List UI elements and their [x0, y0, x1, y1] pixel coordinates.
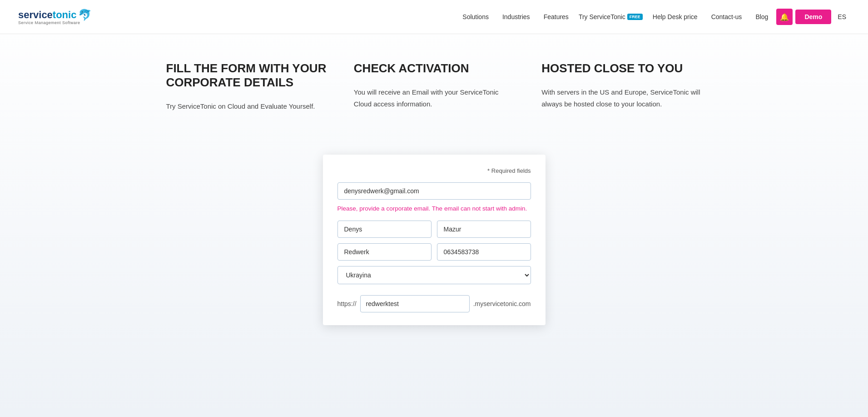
notification-bell-button[interactable]: 🔔	[776, 9, 793, 25]
email-input[interactable]	[337, 182, 531, 200]
subdomain-input[interactable]	[360, 295, 470, 312]
name-row	[337, 221, 531, 238]
step-3-title: HOSTED CLOSE TO YOU	[541, 61, 702, 75]
logo-subtitle: Service Management Software	[18, 20, 92, 25]
step-2: CHECK ACTIVATION You will receive an Ema…	[354, 61, 514, 112]
logo[interactable]: servicetonic 🐬 Service Management Softwa…	[18, 9, 92, 25]
language-switcher[interactable]: ES	[834, 10, 850, 24]
first-name-input[interactable]	[337, 221, 432, 238]
step-3: HOSTED CLOSE TO YOU With servers in the …	[541, 61, 702, 112]
company-input[interactable]	[337, 243, 432, 261]
step-2-description: You will receive an Email with your Serv…	[354, 86, 514, 110]
nav-try-label: Try ServiceTonic	[579, 13, 625, 20]
nav-industries[interactable]: Industries	[497, 10, 536, 24]
demo-button[interactable]: Demo	[795, 10, 831, 24]
email-error-message: Please, provide a corporate email. The e…	[337, 204, 531, 213]
nav-try-servicetonic[interactable]: Try ServiceTonic free	[577, 10, 645, 24]
required-fields-note: * Required fields	[337, 167, 531, 174]
step-1: FILL THE FORM WITH YOUR CORPORATE DETAIL…	[166, 61, 327, 112]
company-phone-row	[337, 243, 531, 261]
nav-solutions[interactable]: Solutions	[457, 10, 494, 24]
url-prefix-label: https://	[337, 296, 360, 312]
nav-help-desk-price[interactable]: Help Desk price	[647, 10, 703, 24]
email-field-wrapper	[337, 182, 531, 200]
step-2-title: CHECK ACTIVATION	[354, 61, 514, 75]
step-1-description: Try ServiceTonic on Cloud and Evaluate Y…	[166, 100, 327, 112]
logo-tonic-text: tonic	[53, 9, 77, 21]
nav-contact-us[interactable]: Contact-us	[706, 10, 748, 24]
logo-icon: 🐬	[78, 9, 92, 21]
step-3-description: With servers in the US and Europe, Servi…	[541, 86, 702, 110]
phone-input[interactable]	[437, 243, 531, 261]
registration-form-panel: * Required fields Please, provide a corp…	[323, 155, 546, 325]
step-1-title: FILL THE FORM WITH YOUR CORPORATE DETAIL…	[166, 61, 327, 90]
steps-section: FILL THE FORM WITH YOUR CORPORATE DETAIL…	[139, 34, 729, 131]
header: servicetonic 🐬 Service Management Softwa…	[0, 0, 868, 34]
url-suffix-label: .myservicetonic.com	[470, 296, 531, 312]
nav-features[interactable]: Features	[538, 10, 574, 24]
main-nav: Solutions Industries Features Try Servic…	[457, 9, 850, 25]
url-row: https:// .myservicetonic.com	[337, 295, 531, 312]
nav-blog[interactable]: Blog	[750, 10, 774, 24]
last-name-input[interactable]	[437, 221, 531, 238]
country-select[interactable]: Ukrayina United States Spain France Germ…	[337, 266, 531, 284]
nav-free-badge: free	[627, 14, 643, 20]
country-row: Ukrayina United States Spain France Germ…	[337, 266, 531, 290]
logo-service-text: service	[18, 9, 53, 21]
